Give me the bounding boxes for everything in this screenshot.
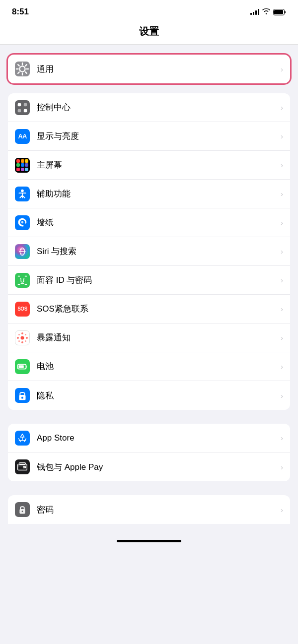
svg-rect-38 [21, 397, 23, 399]
settings-group-2: App Store › 钱包与 Apple Pay › [8, 424, 290, 481]
settings-group-3: 密码 › [8, 495, 290, 524]
settings-row-faceid[interactable]: 面容 ID 与密码 › [8, 266, 290, 295]
accessibility-chevron: › [281, 190, 283, 198]
siri-label: Siri 与搜索 [37, 246, 278, 257]
general-icon [15, 62, 30, 76]
signal-icon [250, 9, 259, 15]
sos-icon: SOS [15, 302, 30, 317]
settings-row-wallet[interactable]: 钱包与 Apple Pay › [8, 452, 290, 481]
settings-row-display[interactable]: AA 显示与亮度 › [8, 122, 290, 151]
faceid-chevron: › [281, 276, 283, 284]
settings-row-sos[interactable]: SOS SOS紧急联系 › [8, 295, 290, 323]
general-chevron: › [281, 65, 283, 73]
wallpaper-icon [15, 215, 30, 230]
exposure-chevron: › [281, 333, 283, 342]
settings-row-accessibility[interactable]: 辅助功能 › [8, 180, 290, 208]
siri-chevron: › [281, 247, 283, 256]
appstore-label: App Store [37, 433, 278, 443]
svg-point-32 [25, 334, 26, 335]
password-chevron: › [281, 506, 283, 514]
wallpaper-chevron: › [281, 218, 283, 227]
svg-point-16 [21, 221, 24, 223]
wallpaper-label: 墙纸 [37, 217, 278, 228]
page-title-bar: 设置 [0, 21, 298, 45]
settings-row-general[interactable]: 通用 › [8, 55, 290, 83]
faceid-label: 面容 ID 与密码 [37, 274, 278, 286]
wallet-chevron: › [281, 463, 283, 471]
battery-settings-icon [15, 359, 30, 374]
settings-row-privacy[interactable]: 隐私 › [8, 381, 290, 410]
svg-rect-1 [274, 10, 283, 14]
privacy-icon [15, 388, 30, 403]
svg-point-26 [21, 336, 24, 339]
battery-chevron: › [281, 362, 283, 371]
home-indicator [0, 534, 298, 546]
homescreen-label: 主屏幕 [37, 159, 278, 171]
svg-point-28 [21, 341, 23, 343]
exposure-icon [15, 330, 30, 345]
page-title: 设置 [0, 25, 298, 38]
svg-rect-36 [19, 365, 24, 368]
accessibility-label: 辅助功能 [37, 188, 278, 199]
svg-rect-22 [18, 284, 20, 285]
privacy-label: 隐私 [37, 390, 278, 401]
svg-rect-21 [25, 275, 27, 276]
svg-line-9 [25, 64, 27, 66]
display-icon: AA [15, 129, 30, 144]
svg-line-10 [18, 72, 19, 73]
appstore-icon [15, 431, 30, 446]
wallet-label: 钱包与 Apple Pay [37, 461, 278, 473]
svg-rect-20 [18, 275, 20, 276]
settings-row-appstore[interactable]: App Store › [8, 424, 290, 452]
appstore-chevron: › [281, 434, 283, 442]
sos-chevron: › [281, 305, 283, 313]
password-icon [15, 502, 30, 517]
svg-point-29 [17, 337, 19, 339]
svg-point-24 [20, 278, 21, 279]
svg-point-25 [23, 278, 24, 279]
status-icons [250, 8, 286, 15]
settings-row-battery[interactable]: 电池 › [8, 352, 290, 381]
siri-icon [15, 244, 30, 259]
svg-point-45 [22, 511, 23, 512]
svg-point-34 [25, 340, 26, 342]
settings-row-wallpaper[interactable]: 墙纸 › [8, 208, 290, 237]
sos-label: SOS紧急联系 [37, 303, 278, 315]
svg-rect-23 [25, 284, 27, 285]
svg-point-27 [21, 332, 23, 334]
faceid-icon [15, 273, 30, 288]
svg-rect-13 [18, 109, 21, 112]
accessibility-icon [15, 187, 30, 201]
settings-row-homescreen[interactable]: 主屏幕 › [8, 151, 290, 180]
settings-group-1: 控制中心 › AA 显示与亮度 › 主屏幕 › [8, 93, 290, 410]
homescreen-chevron: › [281, 161, 283, 169]
settings-row-exposure[interactable]: 暴露通知 › [8, 323, 290, 352]
status-bar: 8:51 [0, 0, 298, 21]
svg-point-33 [18, 340, 20, 342]
battery-label: 电池 [37, 361, 278, 372]
privacy-chevron: › [281, 391, 283, 400]
svg-point-42 [23, 467, 24, 468]
homescreen-icon [15, 158, 30, 173]
highlighted-group: 通用 › [8, 55, 290, 83]
wifi-icon [262, 8, 270, 15]
display-chevron: › [281, 132, 283, 140]
home-indicator-bar [117, 540, 181, 542]
general-label: 通用 [37, 64, 278, 75]
svg-rect-14 [24, 109, 27, 112]
svg-point-31 [18, 334, 20, 335]
settings-row-control-center[interactable]: 控制中心 › [8, 93, 290, 122]
svg-line-8 [25, 72, 27, 73]
status-time: 8:51 [12, 7, 29, 17]
svg-point-30 [26, 337, 28, 339]
password-label: 密码 [37, 504, 278, 515]
svg-rect-11 [18, 103, 21, 106]
control-center-chevron: › [281, 103, 283, 112]
settings-row-password[interactable]: 密码 › [8, 495, 290, 524]
control-center-label: 控制中心 [37, 102, 278, 113]
control-center-icon [15, 100, 30, 115]
display-label: 显示与亮度 [37, 130, 278, 142]
exposure-label: 暴露通知 [37, 332, 278, 343]
svg-rect-12 [24, 103, 27, 106]
settings-row-siri[interactable]: Siri 与搜索 › [8, 237, 290, 266]
